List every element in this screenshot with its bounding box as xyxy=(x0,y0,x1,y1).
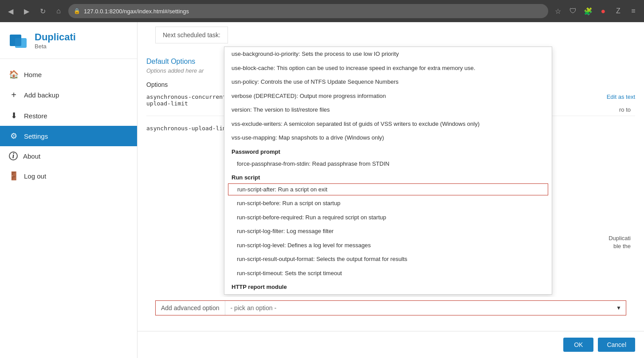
home-button[interactable]: ⌂ xyxy=(52,5,65,17)
dropdown-item[interactable]: send-http-any-operation: Send messages f… xyxy=(224,292,552,295)
lock-icon: 🔒 xyxy=(74,8,80,14)
back-button[interactable]: ◀ xyxy=(4,5,17,17)
dropdown-item[interactable]: version: The version to list/restore fil… xyxy=(224,103,552,117)
app-container: Duplicati Beta 🏠 Home + Add backup ⬇ Res… xyxy=(0,22,644,358)
dropdown-item[interactable]: use-background-io-priority: Sets the pro… xyxy=(224,47,552,61)
logout-icon: 🚪 xyxy=(9,171,19,181)
dropdown-item[interactable]: vss-exclude-writers: A semicolon separat… xyxy=(224,117,552,131)
sidebar-item-label: Home xyxy=(24,71,42,78)
home-icon: 🏠 xyxy=(9,70,19,79)
content-scroll: Next scheduled task: Default Options Opt… xyxy=(137,22,644,297)
dropdown-overlay[interactable]: use-background-io-priority: Sets the pro… xyxy=(224,47,552,295)
sidebar-item-home[interactable]: 🏠 Home xyxy=(0,64,137,85)
sidebar-item-settings[interactable]: ⚙ Settings xyxy=(0,126,137,146)
dropdown-item[interactable]: run-script-before: Run a script on start… xyxy=(224,196,552,210)
sidebar-item-label: Log out xyxy=(24,172,46,180)
logo-icon xyxy=(9,30,29,51)
sidebar: Duplicati Beta 🏠 Home + Add backup ⬇ Res… xyxy=(0,22,137,358)
main-content: Next scheduled task: Default Options Opt… xyxy=(137,22,644,358)
about-icon: i xyxy=(9,152,18,160)
sidebar-item-add-backup[interactable]: + Add backup xyxy=(0,85,137,105)
refresh-button[interactable]: ↻ xyxy=(36,5,49,17)
dropdown-group-header: HTTP report module xyxy=(224,280,552,292)
sidebar-item-label: About xyxy=(23,152,40,160)
browser-chrome: ◀ ▶ ↻ ⌂ 🔒 127.0.0.1:8200/ngax/index.html… xyxy=(0,0,644,22)
bookmark-icon[interactable]: ☆ xyxy=(552,5,564,17)
dropdown-item[interactable]: run-script-log-filter: Log message filte… xyxy=(224,224,552,238)
restore-icon: ⬇ xyxy=(9,111,19,121)
next-task-banner: Next scheduled task: xyxy=(155,27,228,43)
zero-to-text: ro to xyxy=(619,106,631,113)
row-label: asynchronous-upload-limit xyxy=(146,125,235,132)
url-text: 127.0.0.1:8200/ngax/index.html#/settings xyxy=(84,8,189,15)
dropdown-group-header: Run script xyxy=(224,171,552,183)
footer-buttons: OK Cancel xyxy=(137,331,644,358)
add-option-label: Add advanced option xyxy=(156,301,225,315)
profile-icon[interactable]: ● xyxy=(597,5,609,17)
dropdown-item[interactable]: force-passphrase-from-stdin: Read passph… xyxy=(224,157,552,171)
sidebar-item-label: Restore xyxy=(24,112,47,120)
cancel-button[interactable]: Cancel xyxy=(598,338,635,352)
dropdown-item[interactable]: run-script-before-required: Run a requir… xyxy=(224,210,552,225)
menu-icon[interactable]: ≡ xyxy=(627,5,640,17)
add-option-container: Add advanced option - pick an option - ▼ xyxy=(137,300,644,323)
dropdown-item[interactable]: vss-use-mapping: Map snapshots to a driv… xyxy=(224,131,552,145)
sidebar-item-label: Add backup xyxy=(24,91,59,99)
dropdown-item[interactable]: run-script-result-output-format: Selects… xyxy=(224,252,552,266)
logo-text: Duplicati Beta xyxy=(35,31,76,50)
row-label: asynchronous-concurrent-upload-limit xyxy=(146,93,235,107)
zotero-icon[interactable]: Z xyxy=(612,5,624,17)
forward-button[interactable]: ▶ xyxy=(20,5,33,17)
svg-rect-2 xyxy=(10,35,21,46)
dropdown-group-header: Password prompt xyxy=(224,145,552,157)
ble-the-text: ble the xyxy=(613,243,631,249)
dropdown-item-outlined[interactable]: run-script-after: Run a script on exit xyxy=(228,183,548,195)
ok-button[interactable]: OK xyxy=(563,338,593,352)
shield-icon[interactable]: 🛡 xyxy=(567,5,579,17)
browser-toolbar: ☆ 🛡 🧩 ● Z ≡ xyxy=(552,5,640,17)
dropdown-item[interactable]: verbose (DEPRECATED): Output more progre… xyxy=(224,89,552,103)
sidebar-item-restore[interactable]: ⬇ Restore xyxy=(0,105,137,126)
dropdown-item[interactable]: use-block-cache: This option can be used… xyxy=(224,61,552,75)
extension-icon[interactable]: 🧩 xyxy=(582,5,594,17)
dropdown-item[interactable]: run-script-timeout: Sets the script time… xyxy=(224,266,552,280)
dropdown-item[interactable]: usn-policy: Controls the use of NTFS Upd… xyxy=(224,75,552,89)
dropdown-item[interactable]: run-script-log-level: Defines a log leve… xyxy=(224,238,552,253)
add-icon: + xyxy=(9,90,19,100)
next-task-label: Next scheduled task: xyxy=(163,31,220,39)
sidebar-logo: Duplicati Beta xyxy=(0,22,137,59)
sidebar-nav: 🏠 Home + Add backup ⬇ Restore ⚙ Settings… xyxy=(0,59,137,191)
sidebar-item-label: Settings xyxy=(24,132,48,140)
logo-beta: Beta xyxy=(35,43,76,50)
address-bar[interactable]: 🔒 127.0.0.1:8200/ngax/index.html#/settin… xyxy=(68,4,548,18)
add-option-row: Add advanced option - pick an option - ▼ xyxy=(155,300,626,315)
settings-icon: ⚙ xyxy=(9,131,19,141)
logo-name: Duplicati xyxy=(35,31,76,43)
sidebar-item-about[interactable]: i About xyxy=(0,146,137,166)
sidebar-item-logout[interactable]: 🚪 Log out xyxy=(0,166,137,186)
duplicati-text: Duplicati xyxy=(609,235,631,241)
add-option-select[interactable]: - pick an option - xyxy=(225,301,612,315)
chevron-down-icon: ▼ xyxy=(612,305,626,311)
